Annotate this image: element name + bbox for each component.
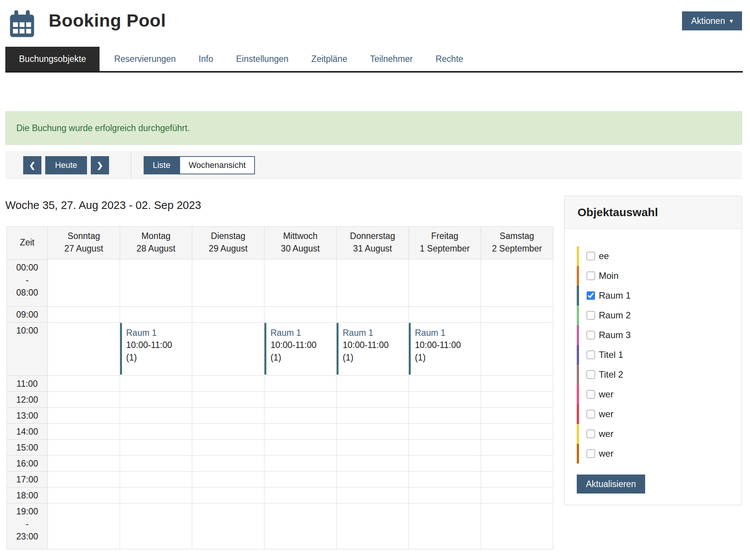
object-checkbox-ee[interactable] — [587, 252, 595, 260]
tab-einstellungen[interactable]: Einstellungen — [225, 47, 300, 71]
app-header: Booking Pool Aktionen ▾ — [5, 7, 742, 41]
day-cell — [120, 306, 192, 322]
toolbar-divider — [131, 153, 131, 178]
booking-event-mittwoch[interactable]: Raum 1 10:00-11:00 (1) — [264, 323, 336, 375]
time-cell: 09:00 — [7, 306, 48, 322]
object-checkbox-moin[interactable] — [587, 272, 595, 280]
success-alert-message: Die Buchung wurde erfolgreich durchgefüh… — [16, 123, 190, 133]
object-label: Titel 2 — [599, 369, 623, 380]
object-checkbox-titel-1[interactable] — [587, 351, 595, 359]
event-color-bar — [337, 323, 339, 375]
day-cell — [481, 455, 553, 471]
tab-rechte[interactable]: Rechte — [424, 47, 475, 71]
day-cell — [481, 407, 553, 423]
booking-event-freitag[interactable]: Raum 1 10:00-11:00 (1) — [409, 323, 481, 375]
tab-zeitplaene[interactable]: Zeitpläne — [300, 47, 359, 71]
day-cell — [192, 503, 264, 549]
object-item-raum-1: Raum 1 — [565, 286, 742, 305]
object-label: Titel 1 — [599, 350, 623, 360]
day-cell — [192, 423, 264, 439]
booking-event-montag[interactable]: Raum 1 10:00-11:00 (1) — [120, 323, 192, 375]
day-cell — [264, 391, 337, 407]
event-participant-count: (1) — [343, 351, 405, 364]
event-participant-count: (1) — [271, 351, 333, 364]
object-selection-panel: Objektauswahl ee Moin Raum 1 Raum 2 — [564, 196, 742, 505]
object-list: ee Moin Raum 1 Raum 2 Raum 3 — [565, 246, 742, 464]
booking-event-donnerstag[interactable]: Raum 1 10:00-11:00 (1) — [337, 323, 408, 375]
object-label: Moin — [599, 271, 619, 281]
object-checkbox-titel-2[interactable] — [587, 370, 595, 379]
tab-label: Zeitpläne — [311, 54, 347, 64]
tab-info[interactable]: Info — [187, 47, 225, 71]
calendar-toolbar: ❮ Heute ❯ Liste Wochenansicht — [5, 151, 742, 179]
day-cell — [409, 455, 481, 471]
time-cell: 11:00 — [7, 375, 48, 391]
day-cell — [481, 322, 553, 375]
time-cell: 16:00 — [7, 455, 48, 471]
tab-label: Rechte — [435, 54, 463, 64]
event-color-bar — [120, 323, 122, 375]
day-cell — [192, 487, 264, 503]
object-checkbox-wer-3[interactable] — [587, 430, 595, 438]
previous-week-button[interactable]: ❮ — [23, 156, 41, 174]
view-toggle-wochenansicht[interactable]: Wochenansicht — [179, 156, 255, 174]
view-toggle-liste[interactable]: Liste — [144, 156, 179, 174]
day-column-header-donnerstag: Donnerstag31 August — [337, 227, 409, 259]
object-color-bar — [577, 305, 579, 325]
day-cell — [409, 407, 481, 423]
object-color-bar — [577, 384, 579, 404]
today-button[interactable]: Heute — [45, 156, 87, 174]
object-checkbox-raum-2[interactable] — [587, 311, 595, 320]
day-column-header-dienstag: Dienstag29 August — [192, 227, 264, 259]
object-item-raum-3: Raum 3 — [565, 325, 742, 345]
object-item-raum-2: Raum 2 — [565, 305, 742, 325]
object-color-bar — [577, 345, 579, 365]
day-cell — [192, 439, 264, 455]
success-alert: Die Buchung wurde erfolgreich durchgefüh… — [5, 111, 742, 145]
event-title-link[interactable]: Raum 1 — [343, 327, 405, 339]
day-cell — [264, 439, 337, 455]
object-checkbox-wer-4[interactable] — [587, 449, 595, 458]
event-title-link[interactable]: Raum 1 — [415, 327, 478, 339]
object-item-wer-3: wer — [565, 424, 742, 444]
day-column-header-freitag: Freitag1 September — [409, 227, 481, 259]
next-week-button[interactable]: ❯ — [91, 156, 109, 174]
day-cell — [48, 407, 120, 423]
calendar-icon — [8, 9, 36, 39]
day-cell — [337, 375, 409, 391]
time-row-1100: 11:00 — [7, 375, 553, 391]
object-item-ee: ee — [565, 246, 742, 266]
day-cell: Raum 1 10:00-11:00 (1) — [409, 322, 481, 375]
object-item-wer-2: wer — [565, 404, 742, 424]
object-checkbox-raum-1[interactable] — [587, 291, 595, 300]
event-color-bar — [409, 323, 411, 375]
actions-dropdown-button[interactable]: Aktionen ▾ — [682, 11, 742, 30]
object-label: wer — [599, 409, 614, 419]
day-cell — [120, 503, 192, 549]
event-title-link[interactable]: Raum 1 — [271, 327, 333, 339]
day-cell — [120, 439, 192, 455]
day-cell — [264, 423, 337, 439]
object-color-bar — [577, 266, 579, 286]
chevron-down-icon: ▾ — [729, 18, 733, 24]
tab-teilnehmer[interactable]: Teilnehmer — [359, 47, 424, 71]
day-cell — [337, 259, 409, 306]
object-color-bar — [577, 325, 579, 345]
tab-reservierungen[interactable]: Reservierungen — [103, 47, 187, 71]
object-checkbox-wer-2[interactable] — [587, 410, 595, 418]
day-cell — [192, 407, 264, 423]
day-cell — [409, 503, 481, 549]
object-item-wer-1: wer — [565, 384, 742, 404]
tab-buchungsobjekte[interactable]: Buchungsobjekte — [5, 47, 100, 71]
page-title: Booking Pool — [49, 10, 166, 31]
day-cell — [264, 259, 337, 306]
object-color-bar — [577, 444, 579, 464]
day-cell — [264, 375, 337, 391]
object-checkbox-wer-1[interactable] — [587, 390, 595, 399]
today-label: Heute — [55, 160, 78, 170]
object-checkbox-raum-3[interactable] — [587, 331, 595, 339]
day-cell — [192, 322, 264, 375]
update-button[interactable]: Aktualisieren — [577, 475, 645, 494]
time-cell: 12:00 — [7, 391, 48, 407]
event-title-link[interactable]: Raum 1 — [126, 327, 189, 339]
